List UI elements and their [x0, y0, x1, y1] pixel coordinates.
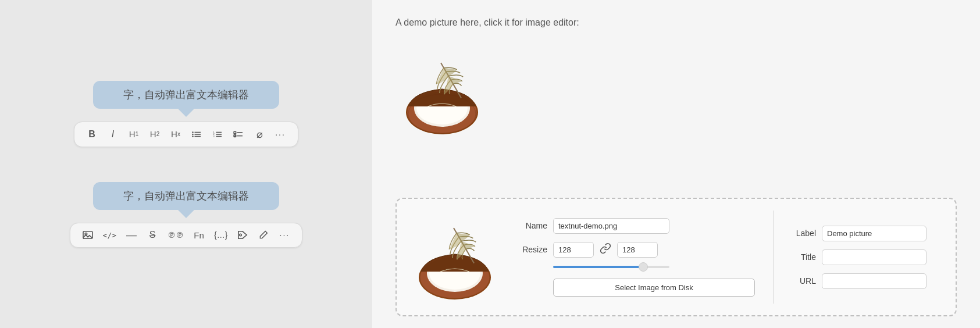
resize-field-row: Resize	[515, 242, 755, 258]
tooltip-2: 字，自动弹出富文本编辑器	[93, 182, 279, 210]
svg-point-18	[240, 234, 242, 236]
resize-label: Resize	[515, 245, 547, 254]
italic-btn[interactable]: I	[107, 129, 119, 140]
editor-thumbnail	[408, 211, 501, 304]
label-field-label: Label	[793, 229, 816, 238]
checklist-btn[interactable]	[233, 130, 244, 138]
link-icon[interactable]	[600, 243, 611, 257]
more-btn[interactable]: ···	[275, 130, 286, 139]
toolbar-group-2: 字，自动弹出富文本编辑器 </> — S ℗℗ Fn {…}	[70, 182, 303, 248]
bold-btn[interactable]: B	[86, 129, 98, 140]
fn-btn[interactable]: Fn	[193, 230, 205, 240]
unordered-list-btn[interactable]	[191, 130, 202, 138]
label-field-row: Label	[793, 226, 944, 241]
title-field-input[interactable]	[822, 249, 926, 265]
url-field-input[interactable]	[822, 273, 926, 289]
title-field-row: Title	[793, 249, 944, 265]
url-field-label: URL	[793, 276, 816, 286]
name-label: Name	[515, 221, 547, 230]
name-field-row: Name	[515, 218, 755, 234]
name-input[interactable]	[553, 218, 669, 234]
resize-slider-row	[515, 266, 755, 268]
svg-point-3	[192, 131, 194, 133]
ordered-list-btn[interactable]: 1 2 3	[212, 130, 223, 138]
url-field-row: URL	[793, 273, 944, 289]
more2-btn[interactable]: ···	[279, 230, 290, 240]
editor-right-fields: Label Title URL	[793, 226, 944, 289]
h2-btn[interactable]: H2	[149, 129, 161, 139]
tooltip-1: 字，自动弹出富文本编辑器	[93, 81, 279, 109]
title-field-label: Title	[793, 252, 816, 262]
strikethrough-btn[interactable]: S	[147, 230, 158, 240]
image-icon-btn[interactable]	[82, 230, 94, 240]
svg-text:3: 3	[213, 134, 215, 137]
code-btn[interactable]: </>	[103, 231, 116, 240]
h1-btn[interactable]: H1	[128, 129, 140, 139]
toolbar-group-1: 字，自动弹出富文本编辑器 B I H1 H2 Hx	[74, 81, 298, 147]
svg-point-4	[192, 133, 194, 135]
hx-btn[interactable]: Hx	[170, 129, 181, 139]
select-image-btn[interactable]: Select Image from Disk	[553, 279, 755, 297]
svg-rect-12	[234, 131, 236, 134]
svg-point-5	[192, 136, 194, 137]
label-field-input[interactable]	[822, 226, 926, 241]
toolbar-bar-1: B I H1 H2 Hx 1	[74, 122, 298, 147]
pen-btn[interactable]	[258, 230, 269, 240]
editor-center-fields: Name Resize Select Image	[515, 218, 755, 297]
tag-btn[interactable]	[237, 230, 248, 240]
image-editor-panel: Name Resize Select Image	[395, 198, 957, 316]
demo-title: A demo picture here, click it for image …	[395, 17, 957, 28]
right-panel: A demo picture here, click it for image …	[372, 0, 980, 328]
toolbar-bar-2: </> — S ℗℗ Fn {…}	[70, 223, 303, 248]
link-btn[interactable]: ⌀	[254, 128, 265, 141]
resize-height-input[interactable]	[617, 242, 658, 258]
coconut-image[interactable]	[395, 45, 489, 138]
left-panel: 字，自动弹出富文本编辑器 B I H1 H2 Hx	[0, 0, 372, 328]
vertical-divider	[774, 211, 774, 304]
mention-btn[interactable]: ℗℗	[168, 230, 184, 240]
hr-btn[interactable]: —	[126, 229, 137, 241]
resize-width-input[interactable]	[553, 242, 594, 258]
template-btn[interactable]: {…}	[214, 230, 227, 240]
resize-slider[interactable]	[553, 266, 669, 268]
